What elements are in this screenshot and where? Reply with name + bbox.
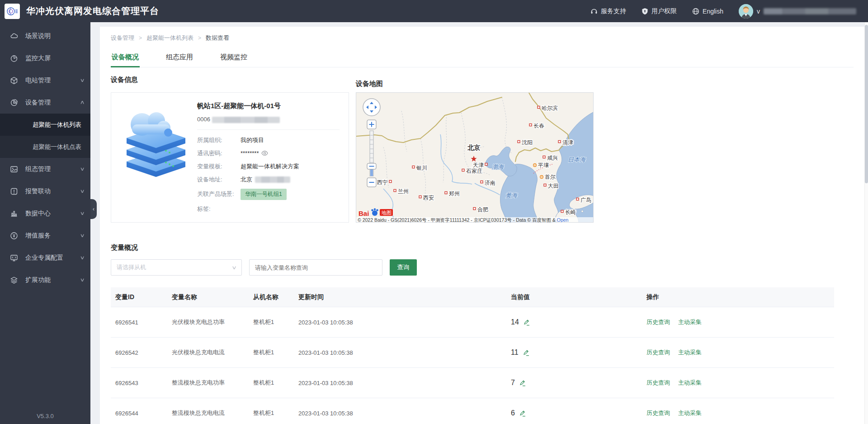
- active-collect-link[interactable]: 主动采集: [678, 348, 702, 357]
- menu-user-permission[interactable]: 用户权限: [642, 7, 677, 15]
- user-account[interactable]: v: [739, 4, 856, 19]
- image-icon: [10, 165, 18, 173]
- field-label-template: 变量模板:: [197, 162, 241, 171]
- breadcrumb-item[interactable]: 设备管理: [111, 34, 134, 42]
- menu-language[interactable]: English: [692, 8, 723, 15]
- tab-device-overview[interactable]: 设备概况: [111, 49, 140, 67]
- tab-video-monitor[interactable]: 视频监控: [219, 49, 248, 67]
- col-header-update-time: 更新时间: [298, 293, 511, 301]
- sidebar-collapse-handle[interactable]: ‹: [90, 199, 97, 219]
- sidebar-item-label: 场景说明: [25, 32, 51, 40]
- sidebar-item-value-added-services[interactable]: 增值服务 ∨: [0, 224, 90, 247]
- username-redacted: [764, 8, 856, 14]
- map-city-label: 郑州: [449, 191, 460, 197]
- chevron-down-icon: ∨: [80, 77, 85, 83]
- divider: [197, 129, 340, 130]
- sidebar-item-alarm-linkage[interactable]: 报警联动 ∨: [0, 180, 90, 202]
- edit-pencil-icon[interactable]: [519, 380, 526, 386]
- map-attribution-link[interactable]: Open: [557, 217, 569, 223]
- sidebar-item-scene-description[interactable]: 场景说明: [0, 25, 90, 47]
- cell-current-value: 6: [511, 409, 515, 417]
- username-prefix: v: [757, 8, 760, 15]
- map-sea-label: 渤海: [492, 163, 504, 170]
- cell-variable-id: 6926542: [115, 349, 172, 356]
- sidebar-subitem-machine-points[interactable]: 超聚能一体机点表: [0, 136, 90, 158]
- app-logo: [5, 4, 20, 19]
- history-query-link[interactable]: 历史查询: [646, 409, 670, 417]
- eye-icon[interactable]: [261, 150, 268, 157]
- scrollbar-thumb[interactable]: [865, 25, 868, 183]
- active-collect-link[interactable]: 主动采集: [678, 379, 702, 387]
- active-collect-link[interactable]: 主动采集: [678, 409, 702, 417]
- map-city-label: 沈阳: [522, 139, 533, 146]
- tab-bar: 设备概况 组态应用 视频监控: [111, 49, 854, 67]
- cell-variable-id: 6926543: [115, 380, 172, 386]
- map-attribution: © 2022 Baidu - GS(2021)6026号 - 甲测资字11111…: [358, 217, 569, 223]
- cell-current-value: 7: [511, 379, 515, 387]
- sidebar-item-plant-management[interactable]: 电站管理 ∨: [0, 69, 90, 91]
- product-scene-tag: 华南一号机组1: [241, 189, 287, 200]
- field-label-scene: 关联产品场景:: [197, 190, 241, 198]
- tab-scada-app[interactable]: 组态应用: [165, 49, 194, 67]
- variables-table: 变量ID 变量名称 从机名称 更新时间 当前值 操作 6926541 光伏模块充…: [111, 287, 834, 424]
- chevron-down-icon: ∨: [80, 166, 85, 172]
- map-city-label: 西安: [423, 195, 434, 201]
- cell-slave-name: 整机柜1: [253, 409, 298, 417]
- device-name: 帆站1区-超聚能一体机-01号: [197, 102, 340, 110]
- yen-circle-icon: [10, 232, 18, 240]
- cell-current-value: 14: [511, 318, 519, 326]
- field-label-org: 所属组织:: [197, 136, 241, 144]
- sidebar-item-monitor-screen[interactable]: 监控大屏: [0, 47, 90, 69]
- headset-icon: [590, 8, 598, 15]
- edit-pencil-icon[interactable]: [523, 319, 530, 326]
- query-button[interactable]: 查询: [390, 259, 417, 276]
- history-query-link[interactable]: 历史查询: [646, 348, 670, 357]
- table-row: 6926542 光伏模块总充电电流 整机柜1 2023-01-03 10:05:…: [111, 338, 834, 368]
- map-pan-control[interactable]: [363, 99, 380, 116]
- sidebar-submenu: 超聚能一体机列表 超聚能一体机点表: [0, 114, 90, 158]
- table-body: 6926541 光伏模块充电总功率 整机柜1 2023-01-03 10:05:…: [111, 307, 834, 424]
- edit-pencil-icon[interactable]: [523, 349, 529, 356]
- section-title-variables: 变量概况: [111, 243, 854, 252]
- sidebar-item-device-management[interactable]: 设备管理 ∨: [0, 91, 90, 114]
- chevron-down-icon: ∨: [80, 233, 85, 238]
- cell-slave-name: 整机柜1: [253, 318, 298, 326]
- device-map[interactable]: 北京天津石家庄济南哈尔滨长春沈阳清津咸兴平壤首尔大田广岛长崎银川西宁兰州西安郑州…: [356, 92, 594, 223]
- sidebar-item-data-center[interactable]: 数据中心 ∨: [0, 202, 90, 224]
- map-city-label: 石家庄: [466, 168, 482, 174]
- layers-icon: [10, 276, 18, 284]
- page-scrollbar[interactable]: [864, 22, 868, 424]
- sidebar-subitem-label: 超聚能一体机点表: [33, 143, 81, 151]
- pie-icon: [10, 99, 18, 107]
- variable-search-input[interactable]: [249, 259, 382, 276]
- sidebar-subitem-machine-list[interactable]: 超聚能一体机列表: [0, 114, 90, 136]
- dashboard-pie-icon: [10, 54, 18, 62]
- cell-update-time: 2023-01-03 10:05:38: [298, 349, 511, 356]
- chevron-down-icon: ∨: [231, 265, 237, 271]
- sidebar-item-label: 数据中心: [25, 210, 51, 218]
- map-city-label: 长春: [533, 123, 544, 129]
- svg-text:地图: 地图: [381, 210, 392, 215]
- device-id-prefix: 0006: [197, 116, 210, 123]
- sidebar-item-extensions[interactable]: 扩展功能 ∨: [0, 269, 90, 291]
- history-query-link[interactable]: 历史查询: [646, 318, 670, 326]
- shield-icon: [642, 8, 648, 15]
- breadcrumb-item[interactable]: 超聚能一体机列表: [146, 34, 193, 42]
- menu-service-support[interactable]: 服务支持: [590, 7, 626, 15]
- alarm-icon: [10, 187, 18, 195]
- history-query-link[interactable]: 历史查询: [646, 379, 670, 387]
- cube-icon: [10, 76, 18, 85]
- cell-current-value: 11: [511, 348, 519, 357]
- menu-label: 用户权限: [651, 7, 677, 15]
- sidebar-item-scada-management[interactable]: 组态管理 ∨: [0, 158, 90, 180]
- sidebar-item-enterprise-config[interactable]: 企业专属配置 ∨: [0, 247, 90, 269]
- content-card: 设备管理 > 超聚能一体机列表 > 数据查看 设备概况 组态应用 视频监控 设备…: [100, 27, 864, 424]
- slave-select[interactable]: 请选择从机 ∨: [111, 259, 242, 276]
- active-collect-link[interactable]: 主动采集: [678, 318, 702, 326]
- table-row: 6926541 光伏模块充电总功率 整机柜1 2023-01-03 10:05:…: [111, 307, 834, 338]
- breadcrumb: 设备管理 > 超聚能一体机列表 > 数据查看: [111, 34, 854, 42]
- map-city-label: 北京: [467, 144, 480, 151]
- table-row: 6926544 整流模块总充电电流 整机柜1 2023-01-03 10:05:…: [111, 398, 834, 424]
- edit-pencil-icon[interactable]: [519, 410, 526, 417]
- app-version: V5.3.0: [0, 413, 90, 419]
